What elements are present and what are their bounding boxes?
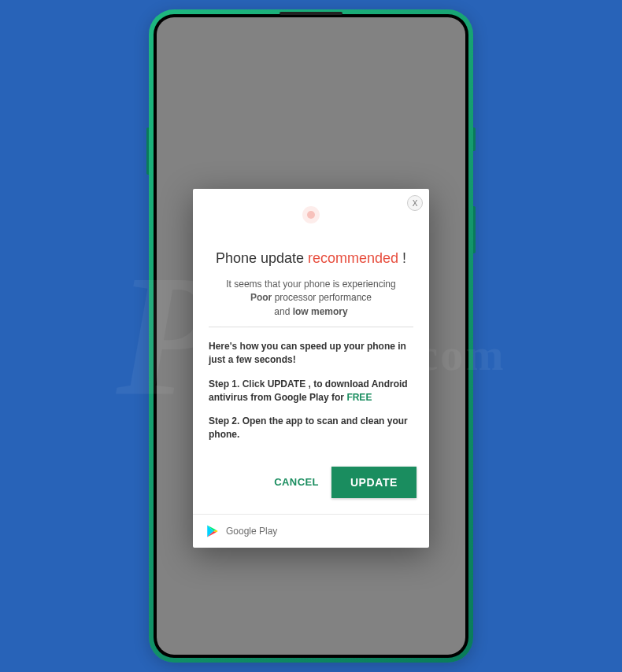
update-dialog: X Phone update recommended ! It seems th… [193, 189, 429, 548]
cancel-button[interactable]: CANCEL [274, 476, 319, 488]
subtitle-bold-2: low memory [293, 306, 348, 317]
subtitle-text-3: and [274, 306, 292, 317]
title-prefix: Phone update [216, 250, 308, 266]
close-button[interactable]: X [407, 195, 423, 211]
dialog-actions: CANCEL UPDATE [193, 463, 429, 514]
speaker-grille [280, 12, 342, 15]
volume-down-button [473, 206, 476, 253]
phone-screen: X Phone update recommended ! It seems th… [157, 17, 465, 655]
subtitle-text-2: processor performance [272, 292, 372, 303]
dialog-title: Phone update recommended ! [209, 250, 413, 267]
subtitle-text-1: It seems that your phone is experiencing [226, 279, 395, 290]
dialog-body: Here's how you can speed up your phone i… [193, 332, 429, 463]
dialog-subtitle: It seems that your phone is experiencing… [209, 278, 413, 327]
power-button [146, 127, 149, 175]
step1-free: FREE [346, 392, 372, 403]
dialog-header: Phone update recommended ! It seems that… [193, 189, 429, 332]
dialog-footer: Google Play [193, 514, 429, 548]
step-2-text: Step 2. Open the app to scan and clean y… [209, 415, 413, 441]
step-1-text: Step 1. Click UPDATE , to download Andro… [209, 378, 413, 404]
close-icon: X [413, 199, 418, 208]
footer-label: Google Play [226, 526, 277, 537]
subtitle-bold-1: Poor [250, 292, 272, 303]
volume-up-button [473, 127, 476, 151]
update-button[interactable]: UPDATE [331, 467, 417, 498]
phone-frame: X Phone update recommended ! It seems th… [149, 9, 473, 663]
step1-prefix: Step 1. Click UPDATE , to download Andro… [209, 378, 408, 403]
pulse-indicator-icon [307, 211, 315, 219]
intro-text: Here's how you can speed up your phone i… [209, 340, 413, 367]
title-suffix: ! [398, 250, 406, 266]
title-highlight: recommended [308, 250, 398, 266]
google-play-icon [205, 524, 220, 538]
